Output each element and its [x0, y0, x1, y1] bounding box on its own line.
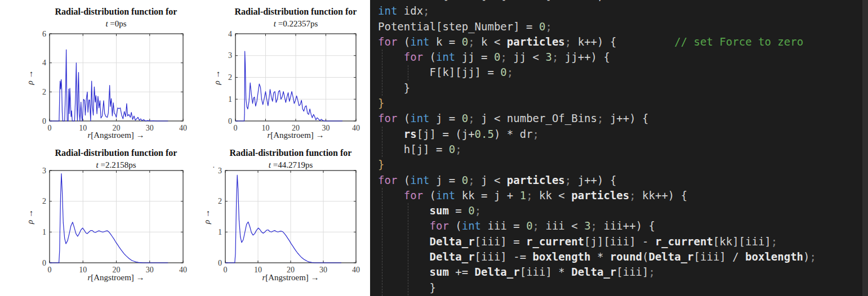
- x-tick-label: 30: [146, 124, 154, 132]
- code-lines: [ ] [ ] ;int idx;Potential[step_Number] …: [370, 0, 868, 295]
- rdf-charts-figure: 0102030400246Radial-distribution functio…: [0, 0, 370, 296]
- chart-subtitle: t =0ps: [105, 19, 126, 28]
- stray-dot: ·: [212, 163, 215, 172]
- x-tick-label: 0: [48, 266, 52, 274]
- code-line: sum += Delta_r[iii] * Delta_r[iii];: [378, 264, 868, 280]
- x-tick-label: 30: [319, 266, 327, 274]
- x-tick-label: 40: [179, 266, 187, 274]
- x-tick-label: 10: [254, 266, 262, 274]
- y-tick-label: 2: [218, 197, 222, 205]
- x-tick-label: 0: [234, 124, 238, 132]
- y-tick-label: 6: [42, 30, 46, 38]
- rdf-chart-4: 0102030400123Radial-distribution functio…: [202, 148, 360, 282]
- y-tick-label: 1: [42, 228, 46, 236]
- y-tick-label: 3: [218, 167, 222, 175]
- code-line: for (int j = 0; j < number_Of_Bins; j++)…: [378, 111, 868, 126]
- screen: 0102030400246Radial-distribution functio…: [0, 0, 868, 296]
- y-tick-label: 0: [42, 117, 46, 125]
- x-tick-label: 30: [146, 266, 154, 274]
- matlab-figure-pane: 0102030400246Radial-distribution functio…: [0, 0, 370, 296]
- x-tick-label: 0: [224, 266, 228, 274]
- x-axis-label: r[Angstroem] →: [87, 131, 144, 140]
- code-line: }: [378, 280, 868, 295]
- code-line: F[k][jj] = 0;: [378, 65, 868, 80]
- rdf-line: [50, 174, 168, 263]
- y-tick-label: 3: [42, 167, 46, 175]
- code-line: Potential[step_Number] = 0;: [378, 19, 868, 34]
- y-tick-label: 0: [218, 259, 222, 267]
- code-line: for (int kk = j + 1; kk < particles; kk+…: [378, 188, 868, 203]
- code-line: sum = 0;: [378, 203, 868, 218]
- rdf-chart-3: 0102030400123Radial-distribution functio…: [25, 148, 187, 282]
- x-tick-label: 10: [79, 266, 87, 274]
- y-tick-label: 3: [228, 51, 232, 60]
- code-line: Delta_r[iii] -= boxlength * round(Delta_…: [378, 249, 868, 264]
- chart-title: Radial-distribution function for: [55, 148, 177, 158]
- y-tick-label: 1: [218, 228, 222, 236]
- code-line: for (int jj = 0; jj < 3; jj++) {: [378, 50, 868, 65]
- rdf-line: [225, 175, 341, 263]
- code-editor[interactable]: [ ] [ ] ;int idx;Potential[step_Number] …: [370, 0, 868, 296]
- chart-subtitle: t =0.22357ps: [274, 19, 318, 28]
- code-line: rs[j] = (j+0.5) * dr;: [378, 127, 868, 142]
- y-tick-label: 2: [42, 88, 46, 96]
- code-line: h[j] = 0;: [378, 142, 868, 157]
- y-tick-label: 4: [42, 59, 46, 67]
- rdf-line: [235, 51, 342, 121]
- rdf-chart-1: 0102030400246Radial-distribution functio…: [25, 7, 187, 140]
- x-tick-label: 10: [79, 124, 87, 132]
- y-tick-label: 2: [42, 197, 46, 205]
- chart-title: Radial-distribution function for: [230, 148, 352, 158]
- y-tick-label: 4: [228, 30, 232, 38]
- code-line: Delta_r[iii] = r_current[j][iii] - r_cur…: [378, 234, 868, 249]
- code-line: for (int k = 0; k < particles; k++) { //…: [378, 34, 868, 50]
- rdf-line: [50, 50, 168, 121]
- y-axis-label: ρ →: [25, 209, 34, 225]
- code-line: for (int j = 0; j < particles; j++) {: [378, 173, 868, 188]
- code-line: }: [378, 157, 868, 172]
- chart-title: Radial-distribution function for: [235, 7, 357, 16]
- code-line: }: [378, 80, 868, 96]
- rdf-chart-2: 01020304001234Radial-distribution functi…: [212, 7, 360, 140]
- chart-subtitle: t =44.2719ps: [269, 160, 313, 169]
- chart-subtitle: t =2.2158ps: [96, 160, 136, 169]
- y-axis-label: ρ →: [25, 70, 34, 86]
- y-tick-label: 0: [42, 259, 46, 267]
- y-axis-label: ρ →: [202, 209, 211, 225]
- y-tick-label: 2: [228, 73, 232, 82]
- y-axis-label: ρ →: [212, 70, 221, 86]
- x-tick-label: 40: [352, 266, 360, 274]
- x-tick-label: 40: [179, 124, 187, 132]
- x-axis-label: r[Angstroem] →: [262, 273, 319, 282]
- code-line: }: [378, 96, 868, 111]
- y-tick-label: 0: [228, 117, 232, 125]
- x-tick-label: 40: [352, 124, 360, 132]
- x-axis-label: r[Angstroem] →: [267, 131, 324, 140]
- x-tick-label: 0: [48, 124, 52, 132]
- x-axis-label: r[Angstroem] →: [87, 273, 144, 282]
- code-line: for (int iii = 0; iii < 3; iii++) {: [378, 218, 868, 234]
- y-tick-label: 1: [228, 95, 232, 104]
- code-line: int idx;: [378, 3, 868, 19]
- chart-title: Radial-distribution function for: [55, 7, 177, 16]
